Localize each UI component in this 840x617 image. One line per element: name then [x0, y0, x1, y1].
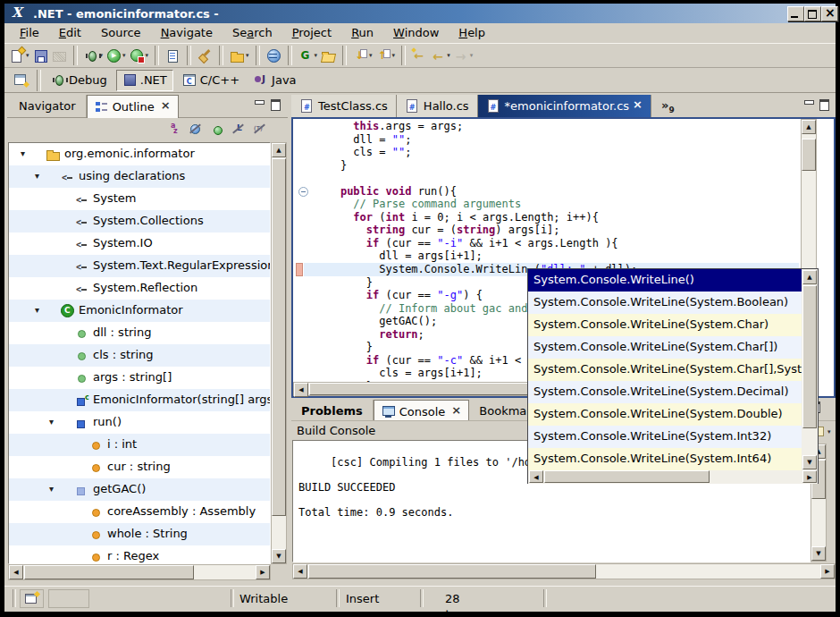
completion-item[interactable]: System.Console.WriteLine(System.Int64) [528, 448, 802, 470]
gac-button[interactable]: ▾ [297, 45, 320, 66]
expander-icon[interactable]: ▾ [49, 484, 58, 494]
outline-tree-item[interactable]: cur : string [9, 456, 271, 478]
scroll-right-icon[interactable] [802, 470, 817, 483]
completion-item[interactable]: System.Console.WriteLine(System.Boolean) [528, 292, 802, 314]
window-minimize-button[interactable] [787, 6, 804, 21]
tab-overflow-chevron[interactable]: 9 [661, 98, 675, 114]
run-external-button[interactable]: ▾ [128, 45, 151, 66]
close-icon[interactable] [633, 101, 643, 111]
completion-item[interactable]: System.Console.WriteLine(System.Char[]) [528, 336, 802, 359]
outline-tree-item[interactable]: cls : string [9, 344, 271, 367]
scrollbar-thumb[interactable] [308, 564, 596, 579]
scroll-right-icon[interactable] [820, 564, 835, 579]
hide-local-declarations-button[interactable] [253, 122, 268, 139]
menu-source[interactable]: Source [91, 23, 151, 43]
expander-icon[interactable]: ▾ [35, 305, 44, 315]
view-minimize-icon[interactable] [254, 99, 265, 109]
completion-item[interactable]: System.Console.WriteLine() [528, 269, 802, 292]
completion-item[interactable]: System.Console.WriteLine(System.Decimal) [528, 381, 802, 403]
title-bar[interactable]: .NET - emonicinformator.cs - [4, 4, 836, 23]
view-tab-outline[interactable]: Outline [87, 95, 179, 118]
outline-tree-item[interactable]: ▾run() [9, 411, 271, 434]
view-tab-navigator[interactable]: Navigator [9, 95, 87, 117]
outline-tree-item[interactable]: EmonicInformator(string[] args) [9, 389, 271, 411]
run-button[interactable]: ▾ [105, 45, 128, 66]
outline-tree-item[interactable]: r : Regex [9, 545, 271, 564]
perspective-java[interactable]: Java [248, 71, 301, 90]
outline-tree-item[interactable]: System.Text.RegularExpressions [9, 255, 271, 277]
scroll-right-icon[interactable] [256, 565, 270, 579]
new-wizard-button[interactable]: ▾ [8, 45, 31, 66]
close-icon[interactable] [451, 407, 461, 417]
last-edit-button[interactable] [410, 45, 429, 66]
menu-project[interactable]: Project [282, 23, 342, 43]
scroll-up-icon[interactable] [272, 143, 286, 157]
hide-static-button[interactable] [210, 122, 225, 139]
perspective-net[interactable]: .NET [116, 70, 173, 91]
outline-tree-item[interactable]: System.IO [9, 232, 271, 255]
scroll-up-icon[interactable] [802, 270, 817, 284]
console-horizontal-scrollbar[interactable] [292, 563, 836, 579]
outline-tree-item[interactable]: ▾getGAC() [9, 478, 271, 501]
open-perspective-button[interactable] [10, 70, 32, 91]
scroll-left-icon[interactable] [529, 470, 543, 483]
outline-tree-item[interactable]: System [9, 188, 271, 210]
editor-maximize-icon[interactable] [819, 99, 830, 109]
open-folder-button[interactable] [319, 45, 338, 66]
menu-run[interactable]: Run [341, 23, 383, 43]
scroll-left-icon[interactable] [9, 565, 23, 579]
hide-non-public-button[interactable] [231, 122, 247, 139]
editor-minimize-icon[interactable] [803, 99, 815, 109]
brush-button[interactable] [196, 45, 214, 66]
previous-annotation-button[interactable]: ▾ [374, 45, 398, 66]
outline-tree-item[interactable]: ▾EmonicInformator [9, 300, 271, 322]
next-annotation-button[interactable]: ▾ [351, 45, 374, 66]
outline-vertical-scrollbar[interactable] [271, 142, 287, 564]
scrollbar-thumb[interactable] [802, 285, 817, 428]
perspective-c-c[interactable]: C/C++ [177, 71, 245, 90]
menu-edit[interactable]: Edit [49, 23, 91, 43]
editor-tab-testclass-cs[interactable]: TestClass.cs [291, 95, 397, 117]
editor-tab-emonicinformator-cs[interactable]: *emonicinformator.cs [478, 95, 652, 117]
fold-collapse-icon[interactable] [298, 187, 308, 197]
close-icon[interactable] [161, 102, 171, 112]
popup-vertical-scrollbar[interactable] [802, 269, 818, 470]
scrollbar-thumb[interactable] [544, 470, 710, 483]
fast-view-button[interactable] [20, 589, 44, 608]
menu-window[interactable]: Window [383, 23, 449, 43]
sort-button[interactable] [167, 122, 182, 139]
scroll-left-icon[interactable] [294, 383, 308, 397]
outline-tree-item[interactable]: ▾using declarations [9, 165, 271, 188]
completion-item[interactable]: System.Console.WriteLine(System.Int32) [528, 426, 802, 448]
menu-help[interactable]: Help [449, 23, 495, 43]
web-browser-button[interactable] [265, 45, 283, 66]
expander-icon[interactable]: ▾ [49, 417, 58, 427]
scroll-down-icon[interactable] [811, 546, 826, 561]
perspective-debug[interactable]: Debug [46, 71, 113, 90]
scrollbar-thumb[interactable] [24, 565, 194, 579]
expander-icon[interactable]: ▾ [21, 148, 29, 158]
forward-button[interactable]: ▾ [452, 45, 475, 66]
scroll-down-icon[interactable] [802, 455, 817, 469]
outline-tree-item[interactable]: coreAssembly : Assembly [9, 501, 271, 523]
view-maximize-icon[interactable] [270, 99, 281, 109]
scrollbar-thumb[interactable] [272, 158, 286, 516]
expander-icon[interactable]: ▾ [35, 171, 44, 181]
debug-button[interactable]: ▾ [82, 45, 105, 66]
outline-tree-item[interactable]: args : string[] [9, 367, 271, 389]
outline-tree-item[interactable]: dll : string [9, 322, 271, 344]
editor-tab-hallo-cs[interactable]: Hallo.cs [397, 95, 478, 117]
popup-horizontal-scrollbar[interactable] [528, 470, 818, 484]
scroll-up-icon[interactable] [802, 120, 816, 134]
menu-navigate[interactable]: Navigate [151, 23, 223, 43]
view-tab-console[interactable]: Console [374, 400, 470, 421]
view-tab-problems[interactable]: Problems [291, 400, 374, 421]
outline-tree-item[interactable]: i : int [9, 434, 271, 456]
menu-file[interactable]: File [10, 23, 49, 43]
print-button[interactable] [50, 45, 69, 66]
menu-search[interactable]: Search [223, 23, 282, 43]
scroll-down-icon[interactable] [272, 549, 286, 563]
back-button[interactable]: ▾ [429, 45, 452, 66]
completion-item[interactable]: System.Console.WriteLine(System.Char[],S… [528, 359, 802, 381]
new-folder-button[interactable]: ▾ [228, 45, 251, 66]
